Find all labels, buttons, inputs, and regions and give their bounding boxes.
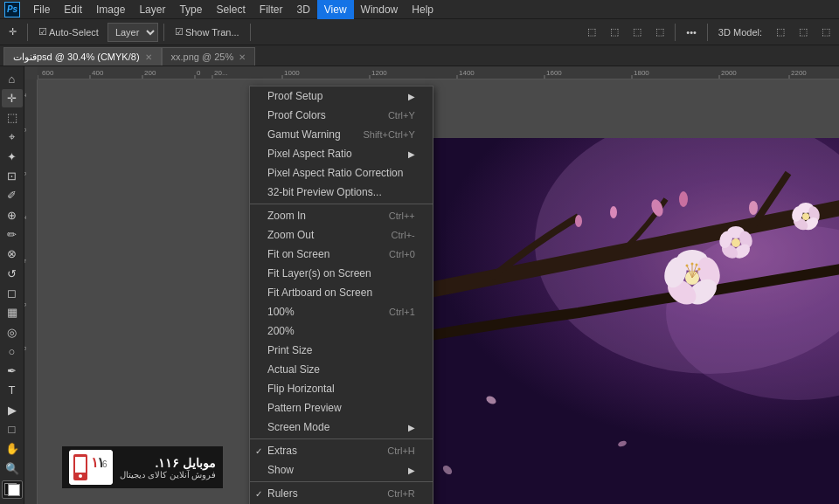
history-tool[interactable]: ↺	[2, 265, 23, 282]
menu-type[interactable]: Type	[172, 0, 209, 19]
svg-rect-0	[38, 66, 839, 79]
menu-100pct[interactable]: 100% Ctrl+1	[250, 302, 433, 321]
menu-gamut-warning[interactable]: Gamut Warning Shift+Ctrl+Y	[250, 125, 433, 144]
gamut-warning-label: Gamut Warning	[267, 128, 341, 141]
more-options-btn[interactable]: •••	[681, 22, 702, 43]
menu-image[interactable]: Image	[89, 0, 132, 19]
svg-text:1600: 1600	[546, 69, 562, 77]
tab-png-close[interactable]: ✕	[239, 52, 246, 62]
fit-on-screen-label: Fit on Screen	[267, 248, 329, 260]
path-select-tool[interactable]: ▶	[2, 401, 23, 418]
zoom-tool[interactable]: 🔍	[2, 459, 23, 477]
home-tool[interactable]: ⌂	[2, 70, 23, 87]
3d-mode-label: 3D Model:	[713, 22, 767, 43]
crop-tool[interactable]: ⊡	[2, 167, 23, 184]
dodge-tool[interactable]: ○	[2, 342, 23, 360]
tab-psd[interactable]: قنواتpsd @ 30.4% (CMYK/8) ✕	[3, 47, 162, 66]
extras-shortcut: Ctrl+H	[387, 445, 414, 456]
menu-pattern-preview[interactable]: Pattern Preview	[250, 398, 433, 418]
menu-fit-layers[interactable]: Fit Layer(s) on Screen	[250, 264, 433, 283]
hand-tool[interactable]: ✋	[2, 440, 23, 458]
3d-btn-1[interactable]: ⬚	[771, 22, 790, 43]
clone-tool[interactable]: ⊗	[2, 245, 23, 263]
svg-point-67	[575, 215, 582, 227]
menu-pixel-aspect-correction[interactable]: Pixel Aspect Ratio Correction	[250, 163, 433, 183]
100pct-label: 100%	[267, 306, 295, 318]
menu-zoom-in[interactable]: Zoom In Ctrl++	[250, 206, 433, 225]
blur-tool[interactable]: ◎	[2, 323, 23, 341]
checkbox-icon-2: ☑	[175, 26, 184, 38]
menu-view[interactable]: View	[317, 0, 354, 19]
pixel-aspect-ratio-label: Pixel Aspect Ratio	[267, 148, 352, 160]
layer-select[interactable]: Layer	[107, 23, 158, 42]
menu-extras[interactable]: Extras Ctrl+H	[250, 441, 433, 460]
tab-psd-close[interactable]: ✕	[145, 52, 152, 62]
menu-pixel-aspect-ratio[interactable]: Pixel Aspect Ratio ▶	[250, 144, 433, 163]
menu-layer[interactable]: Layer	[132, 0, 172, 19]
auto-select-check[interactable]: ☑ Auto-Select	[33, 22, 104, 43]
fit-layers-label: Fit Layer(s) on Screen	[267, 267, 371, 280]
svg-text:1800: 1800	[634, 69, 649, 77]
shape-tool[interactable]: □	[2, 420, 23, 438]
menu-3d[interactable]: 3D	[289, 0, 316, 19]
menu-screen-mode[interactable]: Screen Mode ▶	[250, 418, 433, 437]
menu-edit[interactable]: Edit	[57, 0, 89, 19]
type-tool[interactable]: T	[2, 382, 23, 399]
menu-200pct[interactable]: 200%	[250, 321, 433, 341]
move-tool[interactable]: ✛	[2, 89, 23, 107]
ruler-left-svg: 2 0 0 2 4 6 8	[24, 79, 38, 504]
gradient-tool[interactable]: ▦	[2, 304, 23, 321]
menu-fit-on-screen[interactable]: Fit on Screen Ctrl+0	[250, 245, 433, 264]
menu-rulers[interactable]: Rulers Ctrl+R	[250, 484, 433, 503]
menu-select[interactable]: Select	[209, 0, 252, 19]
magic-wand-tool[interactable]: ✦	[2, 148, 23, 165]
show-transform-btn[interactable]: ☑ Show Tran...	[170, 22, 245, 43]
menu-help[interactable]: Help	[405, 0, 440, 19]
menu-proof-colors[interactable]: Proof Colors Ctrl+Y	[250, 106, 433, 125]
menu-32bit-preview[interactable]: 32-bit Preview Options...	[250, 183, 433, 202]
toolbar-sep-1	[27, 24, 28, 41]
menu-actual-size[interactable]: Actual Size	[250, 360, 433, 379]
view-dropdown-menu: Proof Setup ▶ Proof Colors Ctrl+Y Gamut …	[249, 86, 433, 504]
menu-window[interactable]: Window	[354, 0, 406, 19]
move-icon: ✛	[9, 26, 17, 38]
menu-fit-artboard[interactable]: Fit Artboard on Screen	[250, 283, 433, 302]
eraser-tool[interactable]: ◻	[2, 284, 23, 301]
align-center-btn[interactable]: ⬚	[605, 22, 624, 43]
svg-point-63	[679, 191, 688, 207]
move-tool-btn[interactable]: ✛	[3, 22, 22, 43]
fg-color[interactable]	[2, 480, 23, 499]
pen-tool[interactable]: ✒	[2, 362, 23, 379]
svg-text:2000: 2000	[721, 69, 737, 77]
align-right-btn[interactable]: ⬚	[628, 22, 647, 43]
toolbar: ✛ ☑ Auto-Select Layer ☑ Show Tran... ⬚ ⬚…	[0, 19, 839, 45]
lasso-tool[interactable]: ⌖	[2, 128, 23, 146]
ruler-top: 600 400 200 0 20... 1000 1200 1400	[38, 66, 839, 79]
logo-subtitle: فروش آنلاین کالای دیجیتال	[120, 470, 216, 480]
zoom-in-label: Zoom In	[267, 210, 306, 222]
3d-btn-2[interactable]: ⬚	[794, 22, 813, 43]
select-tool[interactable]: ⬚	[2, 109, 23, 127]
menu-print-size[interactable]: Print Size	[250, 341, 433, 360]
bottom-logo: ۱ ۱ 6 موبایل ۱۱۶. فروش آنلاین کالای دیجی…	[62, 446, 223, 488]
3d-btn-3[interactable]: ⬚	[816, 22, 836, 43]
svg-text:200: 200	[144, 69, 156, 77]
tab-psd-label: قنواتpsd @ 30.4% (CMYK/8)	[13, 52, 140, 63]
menu-show[interactable]: Show ▶	[250, 460, 433, 480]
svg-rect-92	[75, 457, 86, 473]
zoom-out-label: Zoom Out	[267, 229, 314, 241]
brush-tool[interactable]: ✏	[2, 225, 23, 243]
menu-proof-setup[interactable]: Proof Setup ▶	[250, 86, 433, 106]
distribute-btn[interactable]: ⬚	[650, 22, 669, 43]
canvas-container[interactable]: ۱ ۱ 6 موبایل ۱۱۶. فروش آنلاین کالای دیجی…	[38, 79, 839, 504]
eyedropper-tool[interactable]: ✐	[2, 187, 23, 204]
auto-select-label: Auto-Select	[49, 27, 99, 38]
tab-png[interactable]: xx.png @ 25% ✕	[162, 47, 256, 66]
svg-text:600: 600	[42, 69, 54, 77]
menu-zoom-out[interactable]: Zoom Out Ctrl+-	[250, 225, 433, 245]
menu-flip-horizontal[interactable]: Flip Horizontal	[250, 379, 433, 398]
heal-tool[interactable]: ⊕	[2, 206, 23, 224]
menu-filter[interactable]: Filter	[253, 0, 290, 19]
align-left-btn[interactable]: ⬚	[582, 22, 601, 43]
menu-file[interactable]: File	[26, 0, 57, 19]
